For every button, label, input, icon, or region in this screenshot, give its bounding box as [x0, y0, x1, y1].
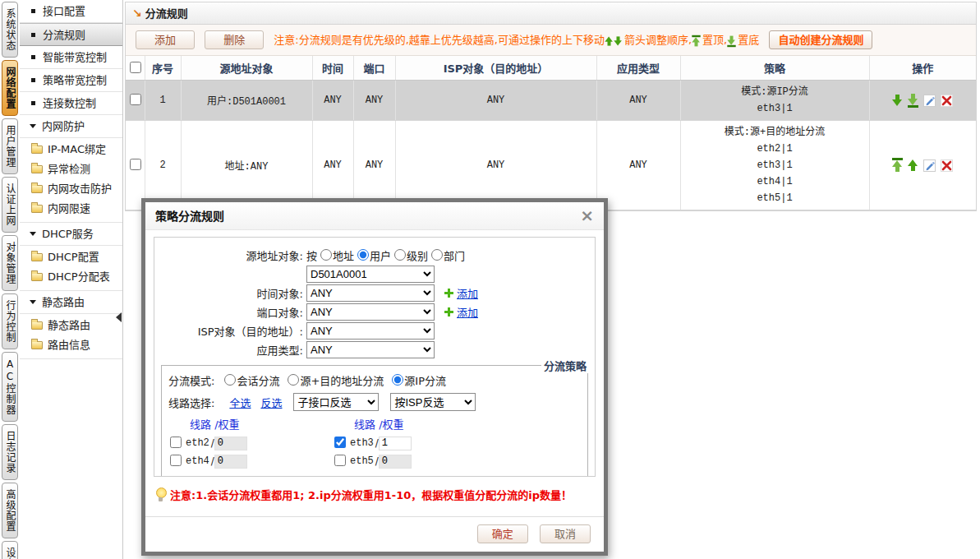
priority-note-text: 箭头调整顺序, — [624, 34, 692, 46]
tab-user-management[interactable]: 用户管理 — [2, 118, 18, 174]
radio-by-user[interactable] — [357, 249, 369, 261]
select-all-checkbox-cell — [126, 56, 145, 81]
radio-src-ip-split[interactable] — [392, 374, 403, 386]
move-up-icon[interactable] — [908, 159, 918, 172]
tab-ac-controller[interactable]: AC控制器 — [2, 352, 18, 422]
sidebar-item-label: 内网限速 — [48, 202, 90, 215]
move-top-icon — [692, 35, 700, 46]
by-isp-invert-select[interactable]: 按ISP反选 — [390, 393, 476, 411]
app-type-label: 应用类型: — [154, 342, 306, 358]
move-down-icon[interactable] — [892, 94, 903, 107]
add-time-link[interactable]: 添加 — [457, 285, 478, 301]
radio-by-level[interactable] — [394, 249, 406, 261]
sidebar-item-split-rules[interactable]: 分流规则 — [20, 23, 122, 46]
radio-session-split[interactable] — [224, 374, 236, 386]
sidebar-collapse-arrow-icon[interactable] — [116, 312, 122, 322]
cell-isp: ANY — [395, 81, 596, 121]
eth4-checkbox[interactable] — [170, 455, 182, 466]
sidebar-item-label: 内网防护 — [42, 120, 85, 132]
col-header-source: 源地址对象 — [181, 56, 312, 81]
cell-app: ANY — [596, 81, 680, 121]
tab-log-record[interactable]: 日志记录 — [2, 424, 18, 480]
cancel-button[interactable]: 取消 — [540, 524, 591, 543]
sidebar-group-static-route[interactable]: 静态路由 — [20, 291, 122, 314]
folder-icon — [31, 146, 43, 154]
sidebar-item-dhcp-config[interactable]: DHCP配置 — [20, 247, 122, 267]
edit-icon[interactable] — [923, 95, 936, 107]
eth3-checkbox[interactable] — [334, 437, 346, 448]
tab-behavior-control[interactable]: 行为控制 — [2, 293, 18, 349]
edit-icon[interactable] — [923, 159, 936, 172]
tab-device-maintenance[interactable]: 设备维护 — [2, 541, 18, 559]
ok-button[interactable]: 确定 — [477, 524, 528, 543]
sidebar-group-dhcp-service[interactable]: DHCP服务 — [20, 223, 122, 246]
delete-icon[interactable] — [941, 95, 953, 107]
row-checkbox[interactable] — [130, 159, 141, 170]
move-top-icon[interactable] — [892, 158, 903, 173]
eth2-checkbox[interactable] — [170, 437, 182, 448]
move-bottom-icon[interactable] — [908, 93, 918, 108]
auto-create-rule-button[interactable]: 自动创建分流规则 — [769, 30, 872, 49]
folder-icon — [31, 205, 43, 213]
page-title: 分流规则 — [145, 7, 188, 20]
sidebar-item-route-info[interactable]: 路由信息 — [20, 335, 122, 355]
cell-source: 用户:D501A0001 — [181, 81, 312, 121]
sidebar-subgroup: IP-MAC绑定 异常检测 内网攻击防护 内网限速 — [20, 138, 122, 223]
time-object-select[interactable]: ANY — [306, 284, 435, 302]
table-header-row: 序号 源地址对象 时间 端口 ISP对象（目的地址） 应用类型 策略 操作 — [126, 56, 976, 81]
sidebar-item-connection-control[interactable]: 连接数控制 — [20, 92, 122, 115]
add-button[interactable]: 添加 — [136, 30, 195, 49]
sidebar-group-intranet-protection[interactable]: 内网防护 — [20, 115, 122, 138]
tab-system-status[interactable]: 系统状态 — [2, 2, 18, 58]
line-column-right: 线路 /权重 eth3 / eth5 / — [333, 416, 497, 470]
sidebar-item-smart-bandwidth[interactable]: 智能带宽控制 — [20, 46, 122, 69]
delete-button[interactable]: 删除 — [205, 30, 264, 49]
eth5-checkbox[interactable] — [334, 455, 346, 466]
line-weight-columns: 线路 /权重 eth2 / eth4 / — [168, 416, 582, 470]
port-object-select[interactable]: ANY — [306, 303, 435, 321]
app-type-select[interactable]: ANY — [306, 341, 435, 358]
source-user-select[interactable]: D501A0001 — [306, 266, 435, 283]
bullet-icon — [31, 78, 35, 82]
folder-icon — [31, 253, 43, 261]
tab-auth-internet[interactable]: 认证上网 — [2, 177, 18, 233]
sidebar-item-label: 静态路由 — [48, 319, 90, 331]
tab-network-config[interactable]: 网络配置 — [2, 60, 18, 116]
sub-interface-invert-select[interactable]: 子接口反选 — [293, 393, 379, 411]
left-tab-strip: 系统状态 网络配置 用户管理 认证上网 对象管理 行为控制 AC控制器 日志记录… — [0, 0, 20, 559]
by-label: 按 — [306, 247, 317, 263]
select-all-checkbox[interactable] — [130, 62, 141, 73]
sidebar-item-ip-mac-binding[interactable]: IP-MAC绑定 — [20, 140, 122, 159]
sidebar-item-policy-bandwidth[interactable]: 策略带宽控制 — [20, 69, 122, 92]
col-header-isp: ISP对象（目的地址） — [395, 56, 596, 81]
sidebar-item-static-route[interactable]: 静态路由 — [20, 316, 122, 335]
sidebar-item-dhcp-allocation-table[interactable]: DHCP分配表 — [20, 267, 122, 287]
cell-operations — [869, 121, 976, 210]
eth3-weight-input[interactable] — [379, 437, 412, 450]
cell-time: ANY — [312, 121, 353, 210]
radio-by-department[interactable] — [431, 249, 443, 261]
line-weight-header: 线路 /权重 — [354, 416, 497, 432]
invert-select-link[interactable]: 反选 — [260, 395, 282, 410]
sidebar-item-anomaly-detection[interactable]: 异常检测 — [20, 159, 122, 179]
tab-advanced-config[interactable]: 高级配置 — [2, 483, 18, 538]
add-port-link[interactable]: 添加 — [457, 304, 478, 320]
add-plus-icon — [444, 289, 453, 298]
eth5-weight-input[interactable] — [379, 455, 412, 469]
isp-object-select[interactable]: ANY — [306, 322, 435, 340]
eth2-weight-input[interactable] — [214, 437, 247, 450]
select-all-link[interactable]: 全选 — [229, 395, 251, 410]
cell-isp: ANY — [395, 121, 596, 210]
close-icon[interactable]: × — [580, 202, 594, 229]
radio-by-address[interactable] — [320, 249, 332, 261]
sidebar-item-intranet-attack-protection[interactable]: 内网攻击防护 — [20, 179, 122, 199]
row-checkbox[interactable] — [130, 94, 141, 105]
radio-src-dst-split[interactable] — [288, 374, 299, 386]
folder-icon — [31, 341, 43, 349]
source-object-label: 源地址对象: — [154, 247, 306, 263]
eth4-weight-input[interactable] — [214, 455, 247, 469]
sidebar-item-interface-config[interactable]: 接口配置 — [20, 0, 122, 23]
tab-object-management[interactable]: 对象管理 — [2, 235, 18, 291]
delete-icon[interactable] — [941, 159, 953, 172]
sidebar-item-intranet-speed-limit[interactable]: 内网限速 — [20, 199, 122, 219]
